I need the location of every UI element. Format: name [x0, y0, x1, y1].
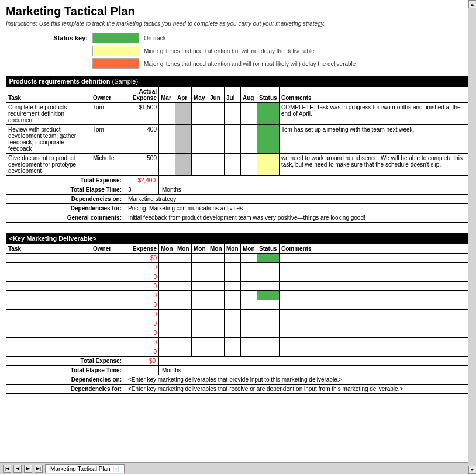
scrollbar-vertical: ▲ ▼: [468, 0, 476, 400]
scroll-track[interactable]: [468, 8, 476, 400]
row3-mar: [159, 154, 175, 176]
row2-comments: Tom has set up a meeting with the team n…: [280, 125, 470, 154]
table-row: 0: [6, 347, 470, 357]
row2-jul: [225, 125, 241, 154]
total-elapse-value: 3: [125, 185, 159, 195]
s2-total-expense-value: $0: [125, 357, 159, 366]
row3-owner: Michelle: [91, 154, 125, 176]
total-expense-row: Total Expense: $2,400: [6, 176, 470, 185]
table-row: Complete the products requirement defini…: [6, 103, 470, 125]
status-red-desc: Major glitches that need attention and w…: [144, 61, 356, 67]
col-comments2: Comments: [280, 244, 470, 254]
s2-total-elapse-row: Total Elapse Time: Months: [6, 366, 470, 375]
col-apr: Apr: [175, 87, 192, 103]
row1-task: Complete the products requirement defini…: [6, 103, 91, 125]
table-row: 0: [6, 291, 470, 300]
row3-aug: [241, 154, 257, 176]
status-green-desc: On track: [144, 35, 166, 41]
row2-apr: [175, 125, 192, 154]
col-expense1: ActualExpense: [125, 87, 159, 103]
row1-owner: Tom: [91, 103, 125, 125]
row3-expense: 500: [125, 154, 159, 176]
row1-may: [192, 103, 208, 125]
s2-dep-for-row: Dependencies for: <Enter key marketing d…: [6, 385, 470, 394]
row1-apr: [175, 103, 192, 125]
total-elapse-row: Total Elapse Time: 3 Months: [6, 185, 470, 195]
dep-on-label: Dependencies on:: [6, 195, 125, 204]
table-row: 0: [6, 310, 470, 319]
col-mon3: Mon: [192, 244, 208, 254]
total-expense-label: Total Expense:: [6, 176, 125, 185]
row2-jun: [208, 125, 225, 154]
status-yellow-box: [92, 46, 139, 56]
dep-on-value: Marketing strategy: [125, 195, 470, 204]
status-green-box: [92, 33, 139, 43]
row1-jun: [208, 103, 225, 125]
general-comments-value: Initial feedback from product developmen…: [125, 213, 470, 223]
row2-expense: 400: [125, 125, 159, 154]
general-comments-row: General comments: Initial feedback from …: [6, 213, 470, 223]
s2-total-expense-label: Total Expense:: [6, 357, 125, 366]
s2-dep-for-label: Dependencies for:: [6, 385, 125, 394]
col-status2: Status: [257, 244, 280, 254]
col-may: May: [192, 87, 208, 103]
s2-dep-on-value: <Enter key marketing deliverables that p…: [125, 375, 470, 385]
general-comments-label: General comments:: [6, 213, 125, 223]
s2-total-elapse-unit: Months: [159, 366, 470, 375]
page-title: Marketing Tactical Plan: [6, 5, 470, 18]
total-elapse-unit: Months: [159, 185, 470, 195]
status-red-box: [92, 58, 139, 69]
col-task1: Task: [6, 87, 91, 103]
table-row: $0: [6, 254, 470, 263]
row1-status: [257, 103, 280, 125]
row3-task: Give document to product development for…: [6, 154, 91, 176]
table-row: 0: [6, 319, 470, 328]
row3-comments: we need to work around her absence. We w…: [280, 154, 470, 176]
status-key: Status key: On track Minor glitches that…: [41, 33, 470, 69]
col-mon5: Mon: [225, 244, 241, 254]
dep-for-label: Dependencies for:: [6, 204, 125, 213]
table-row: Review with product development team; ga…: [6, 125, 470, 154]
col-comments1: Comments: [280, 87, 470, 103]
s2-total-expense-row: Total Expense: $0: [6, 357, 470, 366]
row3-apr: [175, 154, 192, 176]
col-status1: Status: [257, 87, 280, 103]
col-mon2: Mon: [175, 244, 192, 254]
table-row: 0: [6, 328, 470, 338]
section1-header: Products requirements definition (Sample…: [6, 76, 470, 87]
scroll-up-btn[interactable]: ▲: [468, 0, 477, 8]
table-row: 0: [6, 282, 470, 291]
col-owner2: Owner: [91, 244, 125, 254]
section2-table: <Key Marketing Deliverable> Task Owner E…: [6, 233, 470, 394]
instructions-text: Instructions: Use this template to track…: [6, 20, 470, 27]
s2-dep-for-value: <Enter key marketing deliverables that r…: [125, 385, 470, 394]
row2-may: [192, 125, 208, 154]
col-jun: Jun: [208, 87, 225, 103]
section2-header: <Key Marketing Deliverable>: [6, 233, 470, 244]
row3-jun: [208, 154, 225, 176]
row1-comments: COMPLETE. Task was in progress for two m…: [280, 103, 470, 125]
dep-on-row: Dependencies on: Marketing strategy: [6, 195, 470, 204]
s2-dep-on-row: Dependencies on: <Enter key marketing de…: [6, 375, 470, 385]
col-jul: Jul: [225, 87, 241, 103]
row3-may: [192, 154, 208, 176]
col-aug: Aug: [241, 87, 257, 103]
table-row: Give document to product development for…: [6, 154, 470, 176]
row2-aug: [241, 125, 257, 154]
col-mon1: Mon: [159, 244, 175, 254]
s2-total-elapse-label: Total Elapse Time:: [6, 366, 125, 375]
row2-status: [257, 125, 280, 154]
col-task2: Task: [6, 244, 91, 254]
table-row: 0: [6, 300, 470, 310]
col-mon4: Mon: [208, 244, 225, 254]
col-mar: Mar: [159, 87, 175, 103]
table-row: 0: [6, 263, 470, 272]
s2-dep-on-label: Dependencies on:: [6, 375, 125, 385]
row3-jul: [225, 154, 241, 176]
row1-aug: [241, 103, 257, 125]
total-elapse-label: Total Elapse Time:: [6, 185, 125, 195]
row2-mar: [159, 125, 175, 154]
total-expense-value: $2,400: [125, 176, 159, 185]
col-owner1: Owner: [91, 87, 125, 103]
row2-task: Review with product development team; ga…: [6, 125, 91, 154]
